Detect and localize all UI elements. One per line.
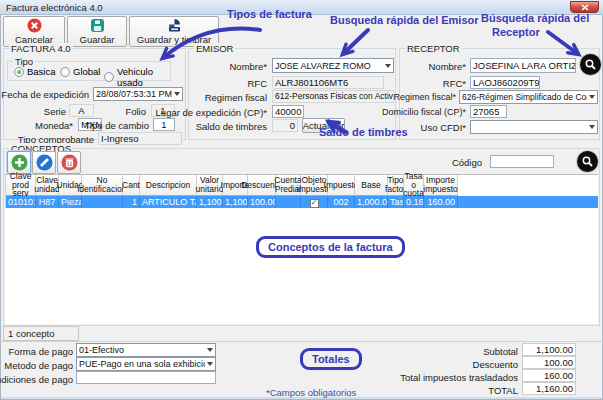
metodo-pago-value: PUE-Pago en una sola exhibición — [79, 359, 205, 369]
chevron-down-icon — [385, 64, 391, 68]
subtotal-field: 1,100.00 — [522, 343, 576, 356]
cancel-icon — [27, 18, 42, 33]
radio-global-label: Global — [73, 66, 100, 77]
objeto-impuesto-checkbox[interactable]: ✓ — [310, 199, 319, 208]
table-cell: H87 — [36, 196, 59, 208]
chevron-down-icon — [589, 95, 595, 99]
tipo-group: Tipo Basica Global Vehiculo usado — [7, 61, 171, 81]
chevron-down-icon — [589, 125, 595, 129]
radio-vehiculo-usado[interactable]: Vehiculo usado — [104, 66, 170, 88]
receptor-regimen-select[interactable]: 626-Régimen Simplificado de Confian: — [459, 90, 598, 104]
table-cell — [82, 196, 123, 208]
receptor-regimen-label: Regimen fiscal* — [393, 91, 456, 104]
edit-concepto-button[interactable] — [32, 151, 56, 174]
footer-divider — [0, 341, 603, 342]
table-cell: ARTICULO TASA 16 — [140, 196, 197, 208]
radio-icon — [14, 67, 24, 77]
column-header[interactable]: No identificacion — [82, 175, 123, 196]
column-header[interactable]: Descuento — [248, 175, 276, 196]
codigo-search-button[interactable] — [577, 151, 598, 172]
delete-concepto-button[interactable] — [57, 151, 81, 174]
domicilio-fiscal-field[interactable]: 27065 — [470, 105, 507, 118]
emisor-rfc-field: ALRJ801106MT6 — [272, 76, 384, 89]
tipo-cambio-field[interactable]: 1 — [153, 118, 175, 131]
conceptos-table-header: Clave prod servClave unidadUnidadNo iden… — [5, 175, 598, 196]
receptor-nombre-field[interactable]: JOSEFINA LARA ORTIZ — [470, 58, 576, 73]
lugar-expedicion-field[interactable]: 40000 — [272, 105, 304, 118]
table-cell: 1 — [123, 196, 140, 208]
table-cell: ✓ — [301, 196, 328, 208]
serie-label: Serie — [44, 105, 66, 118]
tipo-cambio-label: Tipo de cambio — [84, 119, 149, 132]
lugar-expedicion-label: Lugar de expedición (CP)* — [156, 106, 267, 119]
radio-basica[interactable]: Basica — [14, 66, 56, 77]
forma-pago-select[interactable]: 01-Efectivo — [76, 343, 216, 357]
annotation-busqueda-receptor-line1: Búsqueda rápida del — [481, 12, 589, 24]
emisor-nombre-label: Nombre* — [230, 60, 268, 73]
forma-pago-label: Forma de pago — [9, 345, 73, 358]
table-cell — [276, 196, 301, 208]
close-icon — [581, 4, 589, 11]
receptor-regimen-value: 626-Régimen Simplificado de Confian: — [462, 92, 587, 102]
column-header[interactable]: Tipo factor — [388, 175, 404, 196]
forma-pago-value: 01-Efectivo — [79, 345, 205, 355]
column-header[interactable]: Tasa o cuota — [404, 175, 424, 196]
magnifier-icon — [584, 58, 597, 71]
emisor-regimen-field: 612-Personas Fisicas con Actividades E — [272, 90, 394, 103]
receptor-rfc-label: RFC* — [443, 77, 466, 90]
saldo-timbres-label: Saldo de timbres — [196, 120, 267, 133]
column-header[interactable]: Clave prod serv — [6, 175, 36, 196]
factura-group-label: FACTURA 4.0 — [9, 43, 73, 54]
emisor-regimen-label: Regimen fiscal — [205, 91, 267, 104]
impuestos-trasladados-field: 160.00 — [522, 369, 576, 382]
emisor-nombre-select[interactable]: JOSE ALVAREZ ROMO — [272, 58, 394, 73]
saldo-timbres-field: 0 — [272, 119, 298, 132]
save-icon — [90, 18, 105, 33]
fecha-time: 07:53:31 PM — [121, 89, 172, 99]
annotation-saldo-de-timbres: Saldo de timbres — [319, 126, 408, 138]
emisor-group-label: EMISOR — [194, 43, 235, 54]
table-cell: 1,100.00 — [223, 196, 248, 208]
table-cell: 100.00 — [248, 196, 276, 208]
folio-label: Folio — [125, 105, 146, 118]
metodo-pago-select[interactable]: PUE-Pago en una sola exhibición — [76, 357, 216, 371]
status-bar: 1 concepto — [3, 326, 79, 341]
serie-field[interactable]: A — [69, 104, 94, 117]
sat-stamp-icon — [167, 18, 182, 33]
chevron-down-icon — [174, 92, 180, 96]
conceptos-table-body: 01010101H87Pieza1ARTICULO TASA 161,100.0… — [5, 196, 598, 208]
table-cell: 1,000.00 — [355, 196, 388, 208]
column-header[interactable]: Cant — [123, 175, 140, 196]
guardar-button[interactable]: Guardar — [67, 16, 127, 47]
guardar-label: Guardar — [80, 34, 115, 45]
app-window: Factura electrónica 4.0 Cancelar Guardar — [0, 0, 603, 400]
descuento-label: Descuento — [473, 358, 518, 371]
fecha-expedicion-picker[interactable]: 28/08/2023 07:53:31 PM — [93, 87, 183, 101]
radio-global[interactable]: Global — [60, 66, 100, 77]
radio-icon — [104, 72, 114, 82]
uso-cfdi-select[interactable] — [470, 120, 598, 134]
codigo-input[interactable] — [490, 155, 554, 168]
radio-icon — [60, 67, 70, 77]
metodo-pago-label: Metodo de pago — [4, 359, 73, 372]
annotation-busqueda-receptor-line2: Receptor — [492, 26, 540, 38]
column-header[interactable]: Valor unitario — [197, 175, 223, 196]
emisor-nombre-value: JOSE ALVAREZ ROMO — [275, 61, 383, 71]
table-cell: 1,100.00 — [197, 196, 223, 208]
column-header[interactable]: Base — [355, 175, 388, 196]
chevron-down-icon — [207, 348, 213, 352]
column-header[interactable]: Descripcion — [140, 175, 197, 196]
table-cell: 002 — [328, 196, 355, 208]
table-cell: Pieza — [59, 196, 82, 208]
column-header[interactable]: Impuesto — [328, 175, 355, 196]
table-row[interactable]: 01010101H87Pieza1ARTICULO TASA 161,100.0… — [5, 196, 598, 208]
radio-vehiculo-label: Vehiculo usado — [117, 66, 170, 88]
chevron-down-icon — [207, 362, 213, 366]
receptor-group-label: RECEPTOR — [405, 43, 462, 54]
magnifier-icon — [581, 155, 594, 168]
descuento-field: 100.00 — [522, 356, 576, 369]
receptor-search-button[interactable] — [580, 54, 601, 75]
receptor-rfc-field[interactable]: LAOJ860209T90 — [470, 76, 540, 89]
column-header[interactable]: Importe impuesto — [424, 175, 458, 196]
condiciones-pago-input[interactable] — [76, 371, 216, 384]
